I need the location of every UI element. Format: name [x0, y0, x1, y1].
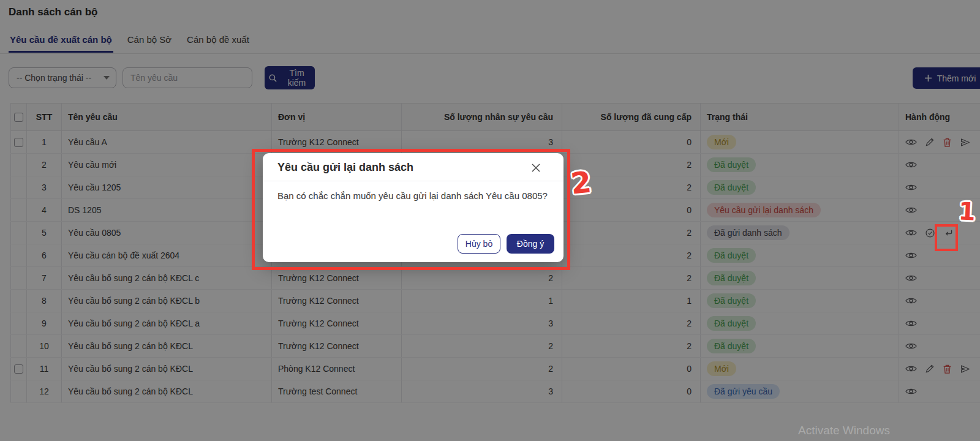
- activate-windows-watermark: Activate Windows: [798, 424, 890, 437]
- dialog-header: Yêu cầu gửi lại danh sách: [263, 153, 564, 181]
- dialog-footer: Hủy bỏ Đồng ý: [458, 234, 554, 254]
- dialog-title: Yêu cầu gửi lại danh sách: [277, 161, 413, 174]
- confirm-button[interactable]: Đồng ý: [507, 234, 554, 254]
- cancel-button[interactable]: Hủy bỏ: [458, 234, 500, 254]
- dialog-message: Bạn có chắc chắn muốn yêu cầu gửi lại da…: [263, 181, 564, 203]
- close-icon[interactable]: [530, 162, 550, 173]
- resend-confirm-dialog: Yêu cầu gửi lại danh sách Bạn có chắc ch…: [263, 153, 564, 262]
